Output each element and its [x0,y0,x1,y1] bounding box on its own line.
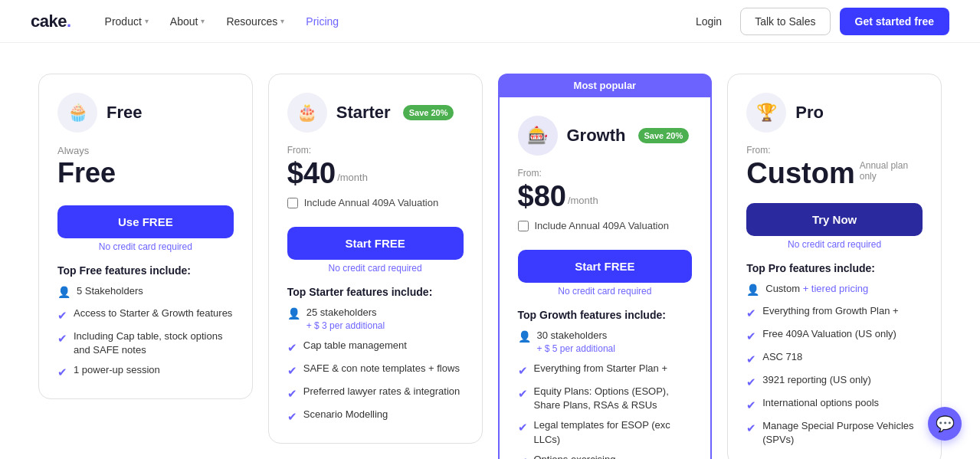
features-title-growth: Top Growth features include: [518,309,693,321]
logo-text: cake [31,11,67,31]
feature-text: Cap table management [303,339,407,352]
feature-item: ✔ Equity Plans: Options (ESOP), Share Pl… [518,385,693,412]
navbar: cake. Product ▾ About ▾ Resources ▾ Pric… [0,0,980,43]
check-icon: ✔ [746,351,756,367]
use-free-button[interactable]: Use FREE [57,205,234,238]
get-started-button[interactable]: Get started free [840,8,949,35]
person-icon: 👤 [518,329,531,345]
feature-list-growth: 👤 30 stakeholders+ $ 5 per additional ✔ … [518,329,693,459]
feature-item: ✔ SAFE & con note templates + flows [287,362,464,379]
price-from-starter: From: [287,145,464,156]
feature-text: 3921 reporting (US only) [762,373,871,387]
feature-item: 👤 Custom + tiered pricing [746,282,923,298]
annual-409a-starter: Include Annual 409A Valuation [287,197,464,208]
no-credit-free: No credit card required [57,241,234,252]
start-free-button-starter[interactable]: Start FREE [287,227,464,260]
try-now-button[interactable]: Try Now [746,203,923,236]
plan-card-pro: 🏆 Pro From: Custom Annual plan only Try … [727,74,942,459]
chevron-down-icon: ▾ [201,17,205,25]
nav-links: Product ▾ About ▾ Resources ▾ Pricing [96,9,687,34]
check-icon: ✔ [287,362,297,379]
feature-item: ✔ Preferred lawyer rates & integration [287,385,464,402]
feature-text: Manage Special Purpose Vehicles (SPVs) [762,419,923,447]
plan-name-growth: Growth [567,126,626,146]
nav-label-pricing: Pricing [306,15,339,28]
feature-text: Scenario Modelling [303,408,388,421]
no-credit-growth: No credit card required [518,286,693,297]
price-growth: $80 [518,182,566,211]
nav-right: Login Talk to Sales Get started free [687,8,949,35]
price-main-pro: Custom Annual plan only [746,159,923,188]
feature-list-starter: 👤 25 stakeholders+ $ 3 per additional ✔ … [287,306,464,425]
feature-text: 30 stakeholders+ $ 5 per additional [537,329,615,356]
check-icon: ✔ [518,385,528,402]
plan-card-starter: 🎂 Starter Save 20% From: $40 /month Incl… [268,74,483,444]
check-icon: ✔ [518,454,528,459]
feature-text: Legal templates for ESOP (exc LLCs) [534,418,693,446]
plan-icon-growth: 🎰 [518,116,558,156]
plan-name-starter: Starter [336,103,391,123]
feature-item: 👤 5 Stakeholders [57,284,234,300]
save-badge-starter: Save 20% [403,105,454,120]
price-from-growth: From: [518,168,693,179]
nav-label-product: Product [105,15,142,28]
check-icon: ✔ [746,397,756,413]
feature-text: Options exercising [534,453,616,459]
plan-icon-starter: 🎂 [287,93,327,133]
check-icon: ✔ [746,328,756,344]
nav-item-product[interactable]: Product ▾ [96,9,158,34]
feature-text: Preferred lawyer rates & integration [303,385,460,398]
plan-card-free: 🧁 Free Always Free Use FREE No credit ca… [38,74,253,399]
check-icon: ✔ [518,362,528,379]
feature-text: 25 stakeholders+ $ 3 per additional [306,306,385,333]
annual-409a-checkbox-starter[interactable] [287,198,298,208]
feature-list-pro: 👤 Custom + tiered pricing ✔ Everything f… [746,282,923,447]
feature-text: SAFE & con note templates + flows [303,362,460,375]
annual-409a-growth: Include Annual 409A Valuation [518,220,693,231]
check-icon: ✔ [746,374,756,390]
logo[interactable]: cake. [31,11,71,31]
plan-wrapper-growth: Most popular 🎰 Growth Save 20% From: $80… [498,74,713,459]
check-icon: ✔ [746,305,756,321]
start-free-button-growth[interactable]: Start FREE [518,250,693,283]
nav-item-resources[interactable]: Resources ▾ [217,9,293,34]
feature-list-free: 👤 5 Stakeholders ✔ Access to Starter & G… [57,284,234,380]
feature-item: ✔ Cap table management [287,339,464,356]
feature-item: 👤 25 stakeholders+ $ 3 per additional [287,306,464,333]
feature-text: Including Cap table, stock options and S… [74,329,234,357]
login-button[interactable]: Login [687,9,731,34]
feature-item: ✔ Everything from Starter Plan + [518,362,693,379]
chevron-down-icon: ▾ [145,17,149,25]
feature-text: Equity Plans: Options (ESOP), Share Plan… [534,385,693,412]
feature-item: ✔ Legal templates for ESOP (exc LLCs) [518,418,693,446]
feature-text: 1 power-up session [74,363,160,377]
plan-card-growth: 🎰 Growth Save 20% From: $80 /month Inclu… [498,97,713,459]
feature-text: Everything from Starter Plan + [534,362,668,375]
chat-widget[interactable]: 💬 [928,407,962,441]
nav-item-pricing[interactable]: Pricing [297,9,348,34]
chevron-down-icon: ▾ [280,17,284,25]
feature-item: 👤 30 stakeholders+ $ 5 per additional [518,329,693,356]
annual-409a-label-growth: Include Annual 409A Valuation [535,220,669,231]
check-icon: ✔ [57,307,67,323]
plan-name-pro: Pro [795,103,824,123]
plan-header-starter: 🎂 Starter Save 20% [287,93,464,133]
chat-icon: 💬 [936,415,955,433]
annual-409a-label-starter: Include Annual 409A Valuation [304,197,438,208]
nav-label-resources: Resources [226,15,277,28]
check-icon: ✔ [518,419,528,435]
talk-to-sales-button[interactable]: Talk to Sales [740,8,830,35]
feature-text: Free 409A Valuation (US only) [762,327,896,341]
nav-item-about[interactable]: About ▾ [161,9,215,34]
annual-409a-checkbox-growth[interactable] [518,221,529,231]
feature-text: 5 Stakeholders [77,284,143,298]
price-starter: $40 [287,159,336,188]
plan-icon-free: 🧁 [57,93,97,133]
features-title-starter: Top Starter features include: [287,286,464,298]
feature-item: ✔ International options pools [746,396,923,413]
feature-item: ✔ Options exercising [518,453,693,459]
check-icon: ✔ [57,330,67,346]
person-icon: 👤 [287,307,300,322]
feature-item: ✔ Free 409A Valuation (US only) [746,327,923,344]
feature-item: ✔ 1 power-up session [57,363,234,380]
